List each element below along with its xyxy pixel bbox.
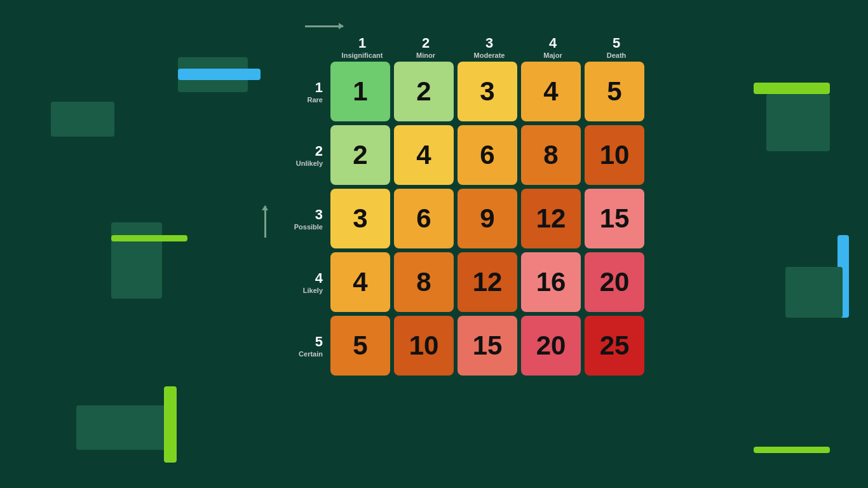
main-content: 1Insignificant2Minor3Moderate4Major5Deat… bbox=[248, 19, 654, 379]
bg-decor-4 bbox=[111, 222, 162, 299]
likelihood-label-container bbox=[248, 67, 280, 379]
bg-decor-5 bbox=[76, 405, 165, 450]
bg-decor-line3 bbox=[754, 447, 830, 453]
cell-5-1: 5 bbox=[330, 316, 390, 376]
cell-3-2: 6 bbox=[394, 189, 454, 248]
row-header-1: 1Rare bbox=[280, 79, 330, 104]
matrix-table: 1Insignificant2Minor3Moderate4Major5Deat… bbox=[280, 32, 648, 379]
cell-4-1: 4 bbox=[330, 252, 390, 312]
bg-decor-green-line bbox=[754, 83, 830, 94]
cell-2-3: 6 bbox=[458, 125, 517, 185]
bg-decor-3 bbox=[766, 94, 830, 151]
matrix-wrapper: 1Insignificant2Minor3Moderate4Major5Deat… bbox=[248, 32, 654, 379]
cell-2-4: 8 bbox=[521, 125, 581, 185]
severity-arrow bbox=[305, 25, 343, 27]
cell-3-3: 9 bbox=[458, 189, 517, 248]
likelihood-arrow bbox=[264, 206, 266, 238]
cell-1-3: 3 bbox=[458, 62, 517, 121]
table-row: 5Certain510152025 bbox=[280, 316, 648, 376]
col-header-4: 4Major bbox=[521, 32, 585, 62]
bg-decor-line1 bbox=[111, 235, 187, 241]
cell-5-5: 25 bbox=[585, 316, 644, 376]
cell-3-5: 15 bbox=[585, 189, 644, 248]
bg-decor-line2 bbox=[164, 386, 177, 463]
cell-2-5: 10 bbox=[585, 125, 644, 185]
cell-3-1: 3 bbox=[330, 189, 390, 248]
cell-1-2: 2 bbox=[394, 62, 454, 121]
cell-4-2: 8 bbox=[394, 252, 454, 312]
row-header-5: 5Certain bbox=[280, 334, 330, 358]
cell-1-5: 5 bbox=[585, 62, 644, 121]
col-header-1: 1Insignificant bbox=[330, 32, 394, 62]
table-row: 3Possible3691215 bbox=[280, 189, 648, 248]
table-row: 2Unlikely246810 bbox=[280, 125, 648, 185]
matrix-rows-container: 1Rare123452Unlikely2468103Possible369121… bbox=[280, 62, 648, 379]
bg-decor-6 bbox=[785, 267, 843, 318]
cell-5-2: 10 bbox=[394, 316, 454, 376]
row-header-3: 3Possible bbox=[280, 207, 330, 231]
column-headers: 1Insignificant2Minor3Moderate4Major5Deat… bbox=[330, 32, 648, 62]
cell-2-1: 2 bbox=[330, 125, 390, 185]
severity-row bbox=[299, 25, 654, 27]
col-header-2: 2Minor bbox=[394, 32, 458, 62]
bg-decor-1 bbox=[51, 102, 114, 137]
col-header-3: 3Moderate bbox=[458, 32, 521, 62]
cell-4-3: 12 bbox=[458, 252, 517, 312]
col-header-5: 5Death bbox=[585, 32, 648, 62]
row-header-2: 2Unlikely bbox=[280, 143, 330, 167]
cell-2-2: 4 bbox=[394, 125, 454, 185]
cell-4-4: 16 bbox=[521, 252, 581, 312]
cell-1-4: 4 bbox=[521, 62, 581, 121]
cell-3-4: 12 bbox=[521, 189, 581, 248]
cell-5-3: 15 bbox=[458, 316, 517, 376]
row-header-4: 4Likely bbox=[280, 270, 330, 294]
cell-1-1: 1 bbox=[330, 62, 390, 121]
table-row: 4Likely48121620 bbox=[280, 252, 648, 312]
cell-5-4: 20 bbox=[521, 316, 581, 376]
cell-4-5: 20 bbox=[585, 252, 644, 312]
table-row: 1Rare12345 bbox=[280, 62, 648, 121]
